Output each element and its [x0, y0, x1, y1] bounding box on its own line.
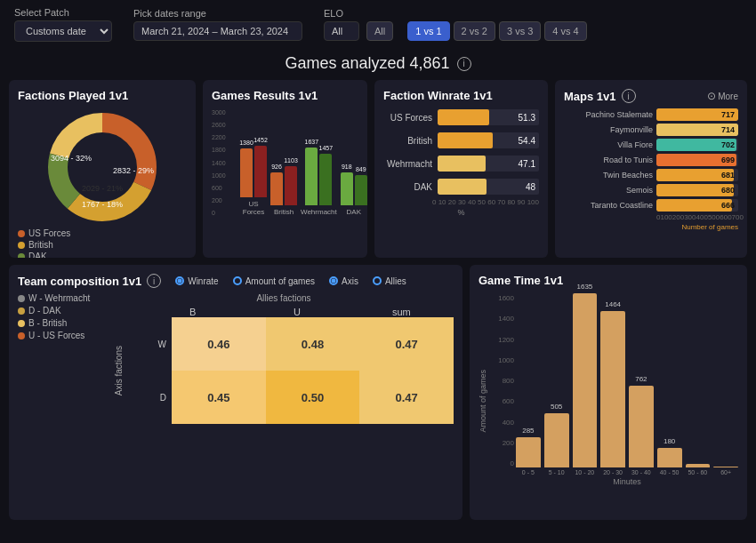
maps-info-icon[interactable]: i [622, 89, 636, 103]
winrate-bar-british: 54.4 [438, 132, 539, 148]
matrix-cells-D: 0.45 0.50 0.47 [172, 371, 454, 424]
gametime-chart-area: Amount of games 1600 1400 1200 1000 800 … [479, 294, 738, 507]
winrate-item-british: British 54.4 [383, 132, 539, 148]
page-title: Games analyzed 4,861 [285, 54, 449, 73]
winrate-card: Faction Winrate 1v1 US Forces 51.3 Briti… [374, 80, 548, 258]
winrate-bar-wehr: 47.1 [438, 156, 539, 172]
select-patch-label: Select Patch [14, 7, 112, 18]
gametime-y-title: Amount of games [479, 370, 487, 433]
map-item-roadtotunis: Road to Tunis 699 [564, 154, 738, 166]
bar-stack-usforces: 1380 1452 [240, 146, 267, 197]
bar-usforces-losses: 1452 [254, 146, 267, 197]
gt-bar-50-60 [686, 464, 711, 467]
gt-bar-40-50: 180 [657, 448, 682, 467]
bar-group-dak: 918 849 DAK [341, 172, 367, 216]
select-patch-input[interactable]: Customs date [14, 20, 112, 42]
maps-title: Maps 1v1 [564, 90, 616, 103]
bar-label-british: British [274, 208, 294, 216]
map-item-villafiore: Villa Fiore 702 [564, 139, 738, 151]
donut-label-wehr: 2029 - 21% [82, 184, 123, 193]
date-range-input[interactable] [133, 21, 302, 41]
page-info-icon[interactable]: i [457, 57, 471, 71]
bar-group-british: 926 1103 British [270, 166, 297, 216]
gt-bar-5-10: 505 [544, 413, 569, 467]
bar-stack-british: 926 1103 [270, 166, 297, 205]
map-bar-twinbeaches: 681 [656, 169, 738, 181]
axis-radio[interactable]: Axis [329, 276, 358, 286]
legend-wehr: W - Wehrmacht [18, 293, 107, 303]
team-info-icon[interactable]: i [147, 274, 161, 288]
allies-radio[interactable]: Allies [373, 276, 406, 286]
toggle-2v2[interactable]: 2 vs 2 [454, 21, 495, 41]
bar-wehr-losses: 1457 [319, 154, 332, 205]
legend-dot-usforces [18, 230, 25, 237]
maps-more-button[interactable]: ⊙ More [707, 90, 738, 102]
bar-label-usforces: US Forces [240, 200, 267, 216]
team-legend: W - Wehrmacht D - DAK B - British U - US… [18, 293, 107, 340]
toggle-4v4[interactable]: 4 vs 4 [544, 21, 586, 41]
legend-british-item: B - British [18, 318, 107, 328]
gametime-card: Game Time 1v1 Amount of games 1600 1400 … [470, 265, 747, 520]
map-bar-taranto: 666 [656, 199, 738, 212]
gametime-bars-container: 1600 1400 1200 1000 800 600 400 200 0 [491, 294, 738, 507]
winrate-x-title: % [383, 208, 539, 217]
maps-header: Maps 1v1 i ⊙ More [564, 89, 738, 103]
winrate-title: Faction Winrate 1v1 [383, 89, 539, 102]
legend-british: British [18, 240, 187, 250]
winrate-item-wehr: Wehrmacht 47.1 [383, 156, 539, 172]
cell-D-B: 0.45 [172, 371, 266, 424]
winrate-bar-usforces: 51.3 [438, 109, 539, 125]
legend-dot-dak [18, 253, 25, 259]
legend-usforces: US Forces [18, 228, 187, 238]
maps-x-footer: Number of games [564, 223, 738, 231]
maps-list: Pachino Stalemate 717 Faymonville 714 Vi… [564, 108, 738, 212]
maps-x-axis: 0 100 200 300 400 500 600 700 [564, 213, 738, 221]
results-title: Games Results 1v1 [212, 89, 358, 102]
top-bar: Select Patch Customs date Pick dates ran… [0, 0, 756, 49]
allies-radio-circle [373, 276, 382, 285]
winrate-x-axis: 0 10 20 30 40 50 60 70 80 90 100 [383, 198, 539, 206]
team-composition-card: Team composition 1v1 i Winrate Amount of… [9, 265, 462, 520]
bar-label-wehr: Wehrmacht [301, 208, 337, 216]
results-y-axis: 3000 2600 2200 1800 1400 1000 600 200 0 [212, 109, 226, 216]
cell-D-sum: 0.47 [359, 371, 454, 424]
factions-card: Factions Played 1v1 3094 - 32% 2832 - 29… [9, 80, 196, 258]
axis-factions-label: Axis factions [114, 346, 124, 395]
elo-input[interactable] [324, 21, 359, 41]
gametime-title: Game Time 1v1 [479, 274, 738, 287]
amount-radio[interactable]: Amount of games [233, 276, 315, 286]
toggle-1v1[interactable]: 1 vs 1 [407, 21, 449, 41]
allies-factions-label: Allies factions [114, 293, 454, 303]
matrix-cells-W: 0.46 0.48 0.47 [172, 317, 454, 371]
map-bar-faymonville: 714 [656, 124, 738, 136]
gt-bar-30-40: 762 [629, 386, 654, 467]
factions-legend: US Forces British DAK Wehrmacht [18, 228, 187, 258]
team-matrix-container: Allies factions B U sum Axis factions W [114, 293, 454, 424]
winrate-bar-dak: 48 [438, 179, 539, 195]
toggle-3v3[interactable]: 3 vs 3 [499, 21, 541, 41]
bar-british-wins: 926 [270, 172, 283, 205]
donut-label-usf: 3094 - 32% [51, 154, 92, 163]
map-bar-villafiore: 702 [656, 139, 738, 151]
map-bar-roadtotunis: 699 [656, 154, 738, 166]
winrate-radio[interactable]: Winrate [175, 276, 218, 286]
select-patch-section: Select Patch Customs date [14, 7, 112, 42]
map-item-twinbeaches: Twin Beaches 681 [564, 169, 738, 181]
gametime-x-labels: 0 - 5 5 - 10 10 - 20 20 - 30 30 - 40 40 … [516, 469, 738, 475]
donut-label-brit: 2832 - 29% [113, 166, 154, 175]
bar-usforces-wins: 1380 [240, 148, 253, 197]
gt-bar-0-5: 285 [516, 437, 541, 467]
team-legend-container: W - Wehrmacht D - DAK B - British U - US… [18, 293, 107, 424]
team-content: W - Wehrmacht D - DAK B - British U - US… [18, 293, 454, 424]
gametime-bars: 285 505 1635 [516, 294, 738, 467]
legend-dot-british [18, 242, 25, 249]
bar-group-wehr: 1637 1457 Wehrmacht [301, 148, 337, 216]
matrix-row-D: D 0.45 0.50 0.47 [127, 371, 454, 424]
all-button[interactable]: All [366, 21, 393, 41]
matrix-rows-container: Axis factions W 0.46 0.48 0.47 [114, 317, 454, 424]
map-item-semois: Semois 680 [564, 184, 738, 196]
bar-dak-losses: 849 [355, 175, 367, 205]
cell-W-B: 0.46 [172, 317, 266, 371]
winrate-item-dak: DAK 48 [383, 179, 539, 195]
map-bar-pachino: 717 [656, 108, 738, 121]
